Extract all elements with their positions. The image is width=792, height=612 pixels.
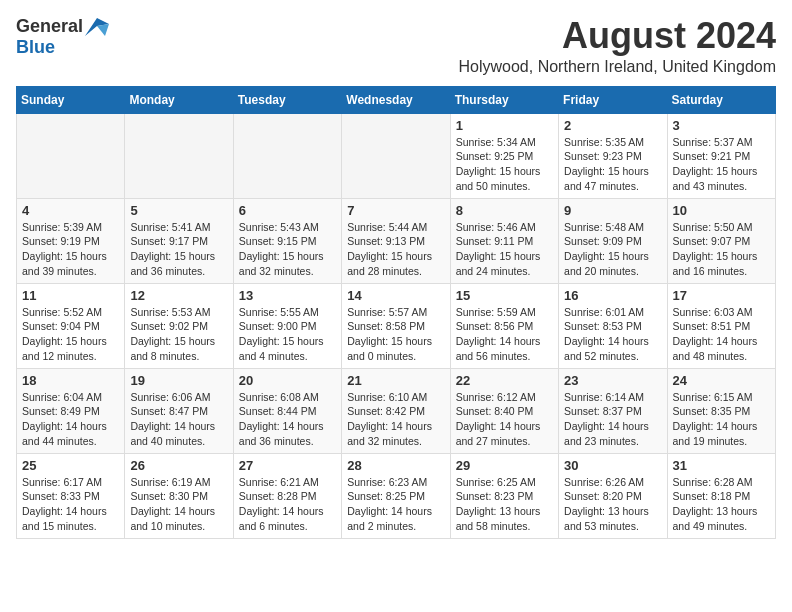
calendar-week-row: 11Sunrise: 5:52 AM Sunset: 9:04 PM Dayli… [17, 283, 776, 368]
calendar-day-cell: 19Sunrise: 6:06 AM Sunset: 8:47 PM Dayli… [125, 368, 233, 453]
day-info: Sunrise: 6:25 AM Sunset: 8:23 PM Dayligh… [456, 475, 553, 534]
calendar-day-cell: 3Sunrise: 5:37 AM Sunset: 9:21 PM Daylig… [667, 113, 775, 198]
day-info: Sunrise: 5:53 AM Sunset: 9:02 PM Dayligh… [130, 305, 227, 364]
calendar-day-cell: 24Sunrise: 6:15 AM Sunset: 8:35 PM Dayli… [667, 368, 775, 453]
day-info: Sunrise: 6:21 AM Sunset: 8:28 PM Dayligh… [239, 475, 336, 534]
calendar-day-cell: 12Sunrise: 5:53 AM Sunset: 9:02 PM Dayli… [125, 283, 233, 368]
calendar-header-row: SundayMondayTuesdayWednesdayThursdayFrid… [17, 86, 776, 113]
day-info: Sunrise: 6:01 AM Sunset: 8:53 PM Dayligh… [564, 305, 661, 364]
day-number: 8 [456, 203, 553, 218]
calendar-day-cell: 27Sunrise: 6:21 AM Sunset: 8:28 PM Dayli… [233, 453, 341, 538]
day-info: Sunrise: 5:50 AM Sunset: 9:07 PM Dayligh… [673, 220, 770, 279]
calendar-day-cell: 6Sunrise: 5:43 AM Sunset: 9:15 PM Daylig… [233, 198, 341, 283]
calendar-table: SundayMondayTuesdayWednesdayThursdayFrid… [16, 86, 776, 539]
calendar-week-row: 1Sunrise: 5:34 AM Sunset: 9:25 PM Daylig… [17, 113, 776, 198]
calendar-day-cell: 7Sunrise: 5:44 AM Sunset: 9:13 PM Daylig… [342, 198, 450, 283]
logo-blue-text: Blue [16, 37, 55, 58]
calendar-day-cell [17, 113, 125, 198]
logo-general-text: General [16, 16, 83, 37]
calendar-day-cell: 4Sunrise: 5:39 AM Sunset: 9:19 PM Daylig… [17, 198, 125, 283]
calendar-day-cell [233, 113, 341, 198]
day-info: Sunrise: 6:26 AM Sunset: 8:20 PM Dayligh… [564, 475, 661, 534]
calendar-day-cell: 1Sunrise: 5:34 AM Sunset: 9:25 PM Daylig… [450, 113, 558, 198]
calendar-day-cell: 31Sunrise: 6:28 AM Sunset: 8:18 PM Dayli… [667, 453, 775, 538]
svg-marker-1 [97, 24, 109, 36]
day-number: 30 [564, 458, 661, 473]
day-number: 27 [239, 458, 336, 473]
day-number: 21 [347, 373, 444, 388]
calendar-day-cell: 18Sunrise: 6:04 AM Sunset: 8:49 PM Dayli… [17, 368, 125, 453]
calendar-day-header: Wednesday [342, 86, 450, 113]
calendar-day-cell [125, 113, 233, 198]
calendar-day-cell: 26Sunrise: 6:19 AM Sunset: 8:30 PM Dayli… [125, 453, 233, 538]
calendar-day-cell: 28Sunrise: 6:23 AM Sunset: 8:25 PM Dayli… [342, 453, 450, 538]
day-info: Sunrise: 6:08 AM Sunset: 8:44 PM Dayligh… [239, 390, 336, 449]
calendar-day-cell: 15Sunrise: 5:59 AM Sunset: 8:56 PM Dayli… [450, 283, 558, 368]
calendar-day-header: Tuesday [233, 86, 341, 113]
day-info: Sunrise: 6:03 AM Sunset: 8:51 PM Dayligh… [673, 305, 770, 364]
day-number: 6 [239, 203, 336, 218]
location-subtitle: Holywood, Northern Ireland, United Kingd… [459, 58, 777, 76]
day-number: 18 [22, 373, 119, 388]
day-number: 10 [673, 203, 770, 218]
day-number: 1 [456, 118, 553, 133]
day-info: Sunrise: 6:15 AM Sunset: 8:35 PM Dayligh… [673, 390, 770, 449]
day-number: 2 [564, 118, 661, 133]
day-info: Sunrise: 6:12 AM Sunset: 8:40 PM Dayligh… [456, 390, 553, 449]
day-info: Sunrise: 6:04 AM Sunset: 8:49 PM Dayligh… [22, 390, 119, 449]
day-info: Sunrise: 5:46 AM Sunset: 9:11 PM Dayligh… [456, 220, 553, 279]
calendar-day-cell: 9Sunrise: 5:48 AM Sunset: 9:09 PM Daylig… [559, 198, 667, 283]
calendar-day-header: Thursday [450, 86, 558, 113]
day-info: Sunrise: 5:39 AM Sunset: 9:19 PM Dayligh… [22, 220, 119, 279]
day-info: Sunrise: 6:28 AM Sunset: 8:18 PM Dayligh… [673, 475, 770, 534]
day-info: Sunrise: 5:59 AM Sunset: 8:56 PM Dayligh… [456, 305, 553, 364]
day-number: 14 [347, 288, 444, 303]
day-info: Sunrise: 5:43 AM Sunset: 9:15 PM Dayligh… [239, 220, 336, 279]
day-info: Sunrise: 6:17 AM Sunset: 8:33 PM Dayligh… [22, 475, 119, 534]
day-info: Sunrise: 5:55 AM Sunset: 9:00 PM Dayligh… [239, 305, 336, 364]
day-number: 11 [22, 288, 119, 303]
calendar-week-row: 4Sunrise: 5:39 AM Sunset: 9:19 PM Daylig… [17, 198, 776, 283]
day-number: 7 [347, 203, 444, 218]
day-number: 24 [673, 373, 770, 388]
calendar-day-cell: 20Sunrise: 6:08 AM Sunset: 8:44 PM Dayli… [233, 368, 341, 453]
calendar-day-cell: 10Sunrise: 5:50 AM Sunset: 9:07 PM Dayli… [667, 198, 775, 283]
calendar-day-cell: 13Sunrise: 5:55 AM Sunset: 9:00 PM Dayli… [233, 283, 341, 368]
calendar-day-cell: 11Sunrise: 5:52 AM Sunset: 9:04 PM Dayli… [17, 283, 125, 368]
calendar-day-cell: 30Sunrise: 6:26 AM Sunset: 8:20 PM Dayli… [559, 453, 667, 538]
day-number: 23 [564, 373, 661, 388]
calendar-day-cell: 2Sunrise: 5:35 AM Sunset: 9:23 PM Daylig… [559, 113, 667, 198]
day-number: 16 [564, 288, 661, 303]
day-number: 29 [456, 458, 553, 473]
calendar-day-cell: 22Sunrise: 6:12 AM Sunset: 8:40 PM Dayli… [450, 368, 558, 453]
calendar-day-cell: 21Sunrise: 6:10 AM Sunset: 8:42 PM Dayli… [342, 368, 450, 453]
day-number: 31 [673, 458, 770, 473]
calendar-day-cell [342, 113, 450, 198]
day-info: Sunrise: 5:34 AM Sunset: 9:25 PM Dayligh… [456, 135, 553, 194]
day-number: 15 [456, 288, 553, 303]
day-number: 12 [130, 288, 227, 303]
calendar-day-cell: 29Sunrise: 6:25 AM Sunset: 8:23 PM Dayli… [450, 453, 558, 538]
day-number: 4 [22, 203, 119, 218]
day-number: 13 [239, 288, 336, 303]
day-number: 26 [130, 458, 227, 473]
calendar-day-header: Monday [125, 86, 233, 113]
day-info: Sunrise: 5:57 AM Sunset: 8:58 PM Dayligh… [347, 305, 444, 364]
day-info: Sunrise: 6:23 AM Sunset: 8:25 PM Dayligh… [347, 475, 444, 534]
calendar-day-cell: 25Sunrise: 6:17 AM Sunset: 8:33 PM Dayli… [17, 453, 125, 538]
calendar-day-cell: 8Sunrise: 5:46 AM Sunset: 9:11 PM Daylig… [450, 198, 558, 283]
calendar-day-header: Saturday [667, 86, 775, 113]
logo-bird-icon [85, 18, 109, 36]
day-number: 28 [347, 458, 444, 473]
day-number: 9 [564, 203, 661, 218]
day-number: 22 [456, 373, 553, 388]
calendar-day-cell: 5Sunrise: 5:41 AM Sunset: 9:17 PM Daylig… [125, 198, 233, 283]
page-title: August 2024 [459, 16, 777, 56]
title-section: August 2024 Holywood, Northern Ireland, … [459, 16, 777, 76]
day-number: 17 [673, 288, 770, 303]
day-info: Sunrise: 6:10 AM Sunset: 8:42 PM Dayligh… [347, 390, 444, 449]
calendar-week-row: 25Sunrise: 6:17 AM Sunset: 8:33 PM Dayli… [17, 453, 776, 538]
day-number: 5 [130, 203, 227, 218]
day-info: Sunrise: 5:37 AM Sunset: 9:21 PM Dayligh… [673, 135, 770, 194]
day-info: Sunrise: 5:48 AM Sunset: 9:09 PM Dayligh… [564, 220, 661, 279]
